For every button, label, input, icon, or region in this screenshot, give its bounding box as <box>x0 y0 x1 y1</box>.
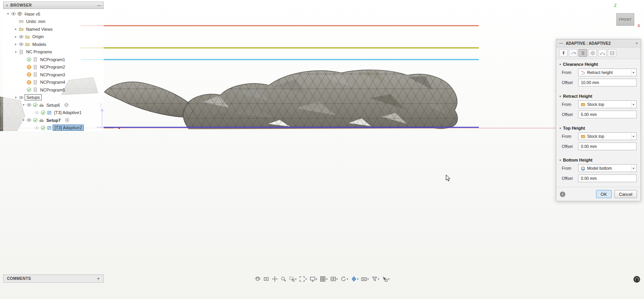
selection-icon[interactable]: ▾ <box>381 275 391 283</box>
tab-heights-icon[interactable] <box>579 49 587 57</box>
from-select[interactable]: Stock top▾ <box>578 100 637 108</box>
expand-open-icon[interactable]: ▾ <box>5 12 11 16</box>
browser-item-named-views[interactable]: ▸Named Views <box>3 25 104 33</box>
from-value: Stock top <box>587 102 630 107</box>
browser-item-ncprogram4[interactable]: NCProgram4 <box>3 79 104 86</box>
add-comment-button[interactable]: + <box>97 276 100 281</box>
viewports-icon[interactable]: ▾ <box>329 275 339 283</box>
section-title: Clearance Height <box>563 62 598 67</box>
browser-item-models[interactable]: ▸Models <box>3 40 104 48</box>
mouse-cursor <box>446 174 452 182</box>
globe-icon[interactable] <box>64 102 69 108</box>
keyboard-icon[interactable]: ▾ <box>360 275 370 283</box>
target-icon[interactable] <box>64 118 70 123</box>
browser-panel: « BROWSER — ▾Hase v5Units: mm▸Named View… <box>3 2 104 132</box>
check-icon <box>32 102 38 108</box>
tab-passes-icon[interactable] <box>588 49 597 57</box>
browser-item-label: Setup7 <box>45 118 62 123</box>
grid-icon[interactable]: ▾ <box>319 275 329 283</box>
section-header[interactable]: ▾Clearance Height <box>556 60 640 68</box>
browser-item-t3-adaptive1[interactable]: [T3] Adaptive1 <box>3 109 104 117</box>
collapse-panel-icon[interactable]: « <box>6 4 8 7</box>
doc-icon <box>32 79 38 85</box>
offset-input[interactable] <box>578 79 637 86</box>
browser-item-label: Setups <box>25 94 42 100</box>
offset-input[interactable] <box>578 174 637 182</box>
doc-icon <box>32 64 38 70</box>
op-icon <box>46 125 52 130</box>
dialog-collapse-icon[interactable]: — <box>559 41 563 45</box>
expand-closed-icon[interactable]: ▸ <box>13 42 18 46</box>
browser-item-ncprogram2[interactable]: NCProgram2 <box>3 63 104 71</box>
caret-down-icon: ▾ <box>631 102 635 107</box>
fit-icon[interactable]: ▾ <box>298 275 308 283</box>
browser-item-label: Setup6 <box>45 102 62 108</box>
dialog-sections: ▾Clearance HeightFromRetract height▾Offs… <box>556 59 640 187</box>
cancel-button[interactable]: Cancel <box>614 190 637 198</box>
pan-icon[interactable] <box>270 275 279 283</box>
section-title: Bottom Height <box>563 158 593 162</box>
ok-button[interactable]: OK <box>596 190 612 198</box>
expand-open-icon[interactable]: ▾ <box>21 103 26 107</box>
info-icon[interactable]: i <box>560 192 565 197</box>
browser-item-origin[interactable]: ▸Origin <box>3 33 104 41</box>
effects-icon[interactable]: ▾ <box>350 275 360 283</box>
browser-item-hase-v5[interactable]: ▾Hase v5 <box>3 10 104 18</box>
offset-label: Offset <box>562 80 576 85</box>
viewcube[interactable]: Z FRONT X <box>612 2 644 33</box>
tab-tool-icon[interactable] <box>559 49 568 57</box>
browser-item-t3-adaptive2[interactable]: [T3] Adaptive2 <box>3 124 104 132</box>
section-header[interactable]: ▾Top Height <box>556 124 640 132</box>
caret-down-icon: ▾ <box>295 278 296 281</box>
refresh-icon[interactable]: ▾ <box>339 275 349 283</box>
section-header[interactable]: ▾Retract Height <box>556 92 640 100</box>
browser-item-ncprogram1[interactable]: NCProgram1 <box>3 56 104 63</box>
expand-open-icon[interactable]: ▾ <box>13 50 18 54</box>
caret-down-icon: ▾ <box>336 278 338 281</box>
filter-icon[interactable]: ▾ <box>371 275 381 283</box>
zoom-icon[interactable] <box>279 275 287 283</box>
display-settings-icon[interactable]: ▾ <box>308 275 318 283</box>
from-select[interactable]: Model bottom▾ <box>578 164 637 172</box>
browser-item-units-mm[interactable]: Units: mm <box>3 18 104 26</box>
from-value: Stock top <box>587 134 630 139</box>
model-bottom-icon <box>580 165 586 171</box>
from-select[interactable]: Stock top▾ <box>578 132 637 140</box>
folder-icon <box>25 42 30 47</box>
zoom-window-icon[interactable]: ▾ <box>288 275 298 283</box>
expand-closed-icon[interactable]: ▸ <box>13 27 18 31</box>
dialog-titlebar[interactable]: — ADAPTIVE : ADAPTIVE2 » <box>556 39 640 47</box>
browser-item-ncprogram5[interactable]: NCProgram5 <box>3 86 104 94</box>
from-select[interactable]: Retract height▾ <box>578 69 637 76</box>
caret-down-icon: ▾ <box>388 278 390 281</box>
from-label: From <box>562 102 576 107</box>
op-icon <box>46 110 52 115</box>
doc-icon <box>32 57 38 62</box>
browser-item-setups[interactable]: ▾Setups <box>3 94 104 102</box>
expand-open-icon[interactable]: ▾ <box>21 118 26 122</box>
tab-linking-icon[interactable] <box>598 49 607 57</box>
browser-item-label: NCProgram4 <box>39 79 67 85</box>
expand-closed-icon[interactable]: ▸ <box>13 35 18 39</box>
browser-item-label: Models <box>31 42 48 47</box>
offset-input[interactable] <box>578 142 637 150</box>
section-clearance-height: ▾Clearance HeightFromRetract height▾Offs… <box>556 59 640 91</box>
orbit-icon[interactable] <box>253 275 261 283</box>
tab-geometry-icon[interactable] <box>569 49 577 57</box>
browser-item-nc-programs[interactable]: ▾NC Programs <box>3 48 104 56</box>
look-at-icon[interactable] <box>262 275 270 283</box>
eye-icon <box>26 118 32 123</box>
minimize-panel-icon[interactable]: — <box>97 4 101 7</box>
browser-item-ncprogram3[interactable]: NCProgram3 <box>3 71 104 79</box>
browser-item-setup7[interactable]: ▾Setup7 <box>3 116 104 124</box>
tab-misc-icon[interactable] <box>608 49 616 57</box>
offset-input[interactable] <box>578 111 637 118</box>
doc-icon <box>32 72 38 77</box>
expand-open-icon[interactable]: ▾ <box>13 96 18 99</box>
comments-panel: COMMENTS + <box>3 274 104 283</box>
section-header[interactable]: ▾Bottom Height <box>556 156 640 164</box>
browser-item-setup6[interactable]: ▾Setup6 <box>3 101 104 109</box>
status-badge-icon[interactable] <box>633 276 640 283</box>
viewcube-front-face[interactable]: FRONT <box>616 13 634 26</box>
dialog-expand-icon[interactable]: » <box>635 41 638 45</box>
